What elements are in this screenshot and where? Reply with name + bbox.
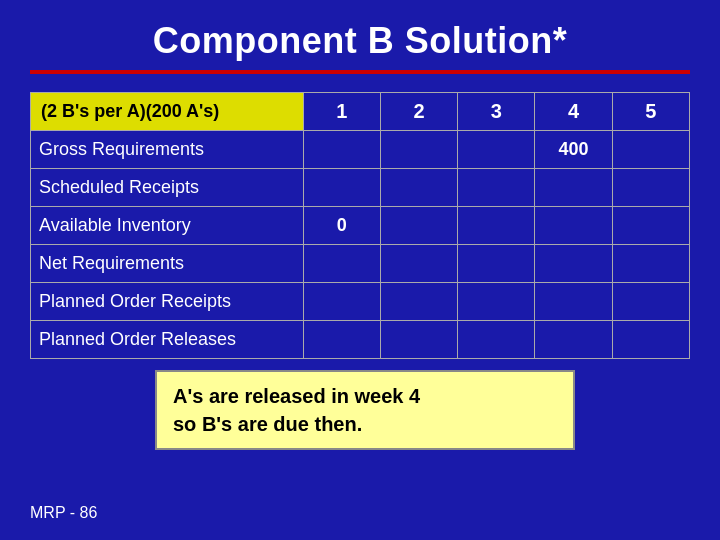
cell-r5-c1: [380, 321, 457, 359]
cell-r0-c4: [612, 131, 689, 169]
header-col-2: 2: [380, 93, 457, 131]
table-row: Net Requirements: [31, 245, 690, 283]
cell-r4-c1: [380, 283, 457, 321]
cell-r3-c3: [535, 245, 612, 283]
cell-r3-c1: [380, 245, 457, 283]
tooltip-box: A's are released in week 4 so B's are du…: [155, 370, 575, 450]
cell-r5-c3: [535, 321, 612, 359]
header-col-4: 4: [535, 93, 612, 131]
cell-r0-c3: 400: [535, 131, 612, 169]
cell-r2-c0: 0: [303, 207, 380, 245]
cell-r4-c0: [303, 283, 380, 321]
cell-r4-c2: [458, 283, 535, 321]
cell-r2-c4: [612, 207, 689, 245]
cell-r5-c0: [303, 321, 380, 359]
table-row: Scheduled Receipts: [31, 169, 690, 207]
table-row: Planned Order Receipts: [31, 283, 690, 321]
cell-r1-c2: [458, 169, 535, 207]
cell-r1-c1: [380, 169, 457, 207]
row-label-1: Scheduled Receipts: [31, 169, 304, 207]
mrp-table: (2 B's per A)(200 A's) 1 2 3 4 5 Gross R…: [30, 92, 690, 359]
tooltip-line2: so B's are due then.: [173, 413, 362, 435]
header-label: (2 B's per A)(200 A's): [31, 93, 304, 131]
cell-r3-c0: [303, 245, 380, 283]
red-divider: [30, 70, 690, 74]
cell-r5-c4: [612, 321, 689, 359]
row-label-3: Net Requirements: [31, 245, 304, 283]
table-row: Planned Order Releases: [31, 321, 690, 359]
cell-r0-c1: [380, 131, 457, 169]
page-container: Component B Solution* (2 B's per A)(200 …: [0, 0, 720, 540]
page-title: Component B Solution*: [30, 20, 690, 62]
cell-r4-c4: [612, 283, 689, 321]
table-row: Gross Requirements400: [31, 131, 690, 169]
header-col-5: 5: [612, 93, 689, 131]
cell-r2-c1: [380, 207, 457, 245]
tooltip-line1: A's are released in week 4: [173, 385, 420, 407]
cell-r1-c4: [612, 169, 689, 207]
row-label-4: Planned Order Receipts: [31, 283, 304, 321]
row-label-5: Planned Order Releases: [31, 321, 304, 359]
row-label-0: Gross Requirements: [31, 131, 304, 169]
cell-r5-c2: [458, 321, 535, 359]
cell-r2-c2: [458, 207, 535, 245]
table-header-row: (2 B's per A)(200 A's) 1 2 3 4 5: [31, 93, 690, 131]
header-col-3: 3: [458, 93, 535, 131]
cell-r1-c3: [535, 169, 612, 207]
footer-label: MRP - 86: [30, 504, 97, 522]
cell-r2-c3: [535, 207, 612, 245]
cell-r0-c0: [303, 131, 380, 169]
cell-r4-c3: [535, 283, 612, 321]
cell-r3-c2: [458, 245, 535, 283]
row-label-2: Available Inventory: [31, 207, 304, 245]
cell-r0-c2: [458, 131, 535, 169]
header-col-1: 1: [303, 93, 380, 131]
cell-r3-c4: [612, 245, 689, 283]
table-row: Available Inventory0: [31, 207, 690, 245]
cell-r1-c0: [303, 169, 380, 207]
